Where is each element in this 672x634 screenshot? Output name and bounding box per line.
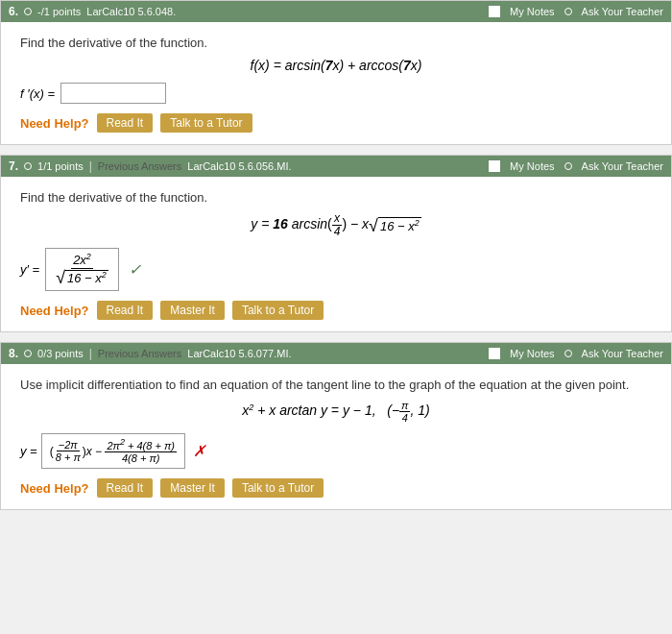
- my-notes-7[interactable]: My Notes: [510, 160, 554, 172]
- question-6: 6. -/1 points LarCalc10 5.6.048. My Note…: [0, 0, 672, 145]
- header-left-6: 6. -/1 points LarCalc10 5.6.048.: [9, 5, 176, 18]
- need-help-label-8: Need Help?: [20, 481, 89, 496]
- question-prompt-8: Use implicit differentiation to find an …: [20, 378, 652, 392]
- ask-radio-6: [564, 8, 572, 15]
- question-6-header: 6. -/1 points LarCalc10 5.6.048. My Note…: [1, 1, 671, 22]
- question-7-body: Find the derivative of the function. y =…: [1, 177, 671, 331]
- xmark-8: ✗: [193, 442, 205, 460]
- answer-value-8: ( −2π 8 + π ) x − 2π2 + 4(8 + π) 4(8 + π…: [41, 433, 185, 469]
- question-number-6: 6.: [9, 5, 18, 18]
- question-7-header: 7. 1/1 points | Previous Answers LarCalc…: [1, 156, 671, 177]
- need-help-row-8: Need Help? Read It Master It Talk to a T…: [20, 478, 652, 498]
- question-prompt-7: Find the derivative of the function.: [20, 190, 652, 205]
- master-it-btn-8[interactable]: Master It: [160, 478, 225, 498]
- answer-display-8: y = ( −2π 8 + π ) x − 2π2 + 4(8 + π) 4(8…: [20, 433, 652, 469]
- answer-row-6: f ′(x) =: [20, 83, 652, 104]
- points-8: 0/3 points: [37, 348, 84, 359]
- status-dot-6: [24, 8, 32, 15]
- ask-teacher-8[interactable]: Ask Your Teacher: [582, 348, 663, 359]
- source-7: LarCalc10 5.6.056.MI.: [187, 160, 291, 172]
- answer-label-7: y′ =: [20, 262, 39, 277]
- points-6: -/1 points: [37, 6, 81, 17]
- need-help-row-6: Need Help? Read It Talk to a Tutor: [20, 113, 652, 133]
- ask-radio-7: [564, 162, 572, 170]
- question-7: 7. 1/1 points | Previous Answers LarCalc…: [0, 155, 672, 332]
- source-6: LarCalc10 5.6.048.: [86, 6, 176, 17]
- answer-value-7: 2x2 √16 − x2: [45, 248, 119, 291]
- talk-tutor-btn-8[interactable]: Talk to a Tutor: [232, 478, 324, 498]
- notes-checkbox-8[interactable]: [489, 348, 500, 359]
- read-it-btn-6[interactable]: Read It: [97, 113, 154, 133]
- talk-tutor-btn-6[interactable]: Talk to a Tutor: [160, 113, 252, 133]
- question-8-header: 8. 0/3 points | Previous Answers LarCalc…: [1, 343, 671, 364]
- answer-input-6[interactable]: [60, 83, 166, 104]
- math-display-7: y = 16 arcsin(x4) − x√16 − x2: [20, 212, 652, 238]
- master-it-btn-7[interactable]: Master It: [160, 301, 225, 320]
- header-right-6: My Notes Ask Your Teacher: [489, 6, 663, 17]
- status-dot-7: [24, 162, 32, 170]
- answer-label-8: y =: [20, 444, 37, 458]
- prev-answers-8: Previous Answers: [98, 348, 181, 359]
- question-number-7: 7.: [9, 159, 18, 173]
- points-7: 1/1 points: [37, 160, 84, 172]
- ask-radio-8: [564, 350, 572, 357]
- read-it-btn-7[interactable]: Read It: [97, 301, 154, 320]
- question-number-8: 8.: [9, 347, 18, 360]
- question-prompt-6: Find the derivative of the function.: [20, 36, 652, 50]
- need-help-row-7: Need Help? Read It Master It Talk to a T…: [20, 301, 652, 320]
- checkmark-7: ✓: [129, 260, 141, 279]
- question-8-body: Use implicit differentiation to find an …: [1, 364, 671, 509]
- question-8: 8. 0/3 points | Previous Answers LarCalc…: [0, 342, 672, 510]
- source-8: LarCalc10 5.6.077.MI.: [187, 348, 291, 359]
- header-right-8: My Notes Ask Your Teacher: [489, 348, 663, 359]
- my-notes-6[interactable]: My Notes: [510, 6, 554, 17]
- notes-checkbox-6[interactable]: [489, 6, 500, 17]
- ask-teacher-7[interactable]: Ask Your Teacher: [582, 160, 663, 172]
- status-dot-8: [24, 350, 32, 357]
- prev-answers-7: Previous Answers: [98, 160, 181, 172]
- math-display-8: x2 + x arctan y = y − 1, (−π4, 1): [20, 400, 652, 424]
- header-left-8: 8. 0/3 points | Previous Answers LarCalc…: [9, 347, 292, 360]
- need-help-label-6: Need Help?: [20, 116, 89, 131]
- ask-teacher-6[interactable]: Ask Your Teacher: [582, 6, 663, 17]
- read-it-btn-8[interactable]: Read It: [97, 478, 154, 498]
- talk-tutor-btn-7[interactable]: Talk to a Tutor: [232, 301, 324, 320]
- question-6-body: Find the derivative of the function. f(x…: [1, 22, 671, 144]
- math-display-6: f(x) = arcsin(7x) + arccos(7x): [20, 58, 652, 73]
- header-left-7: 7. 1/1 points | Previous Answers LarCalc…: [9, 159, 292, 173]
- my-notes-8[interactable]: My Notes: [510, 348, 554, 359]
- header-right-7: My Notes Ask Your Teacher: [489, 160, 663, 172]
- need-help-label-7: Need Help?: [20, 304, 89, 318]
- notes-checkbox-7[interactable]: [489, 160, 500, 172]
- answer-display-7: y′ = 2x2 √16 − x2 ✓: [20, 248, 652, 291]
- answer-label-6: f ′(x) =: [20, 86, 55, 101]
